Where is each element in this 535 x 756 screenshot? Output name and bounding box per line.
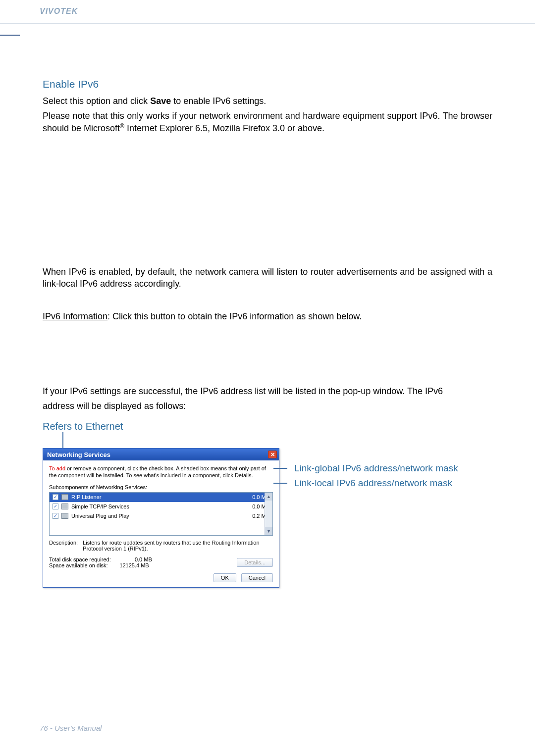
page-header: VIVOTEK [0,0,535,24]
disk-required-value: 0.0 MB [112,556,152,562]
disk-required-label: Total disk space required: [49,556,111,562]
description-label: Description: [49,540,78,552]
dialog-titlebar: Networking Services ✕ [43,449,279,460]
intro-paragraph-2: Please note that this only works if your… [43,110,492,134]
ok-button[interactable]: OK [214,573,236,582]
brand-label: VIVOTEK [40,7,78,16]
ipv6-success-paragraph-2: address will be displayed as follows: [43,400,492,412]
dialog-intro-red: To add [49,465,65,471]
callout-global-text: Link-global IPv6 address/network mask [294,463,458,474]
callout-line-icon [273,468,287,469]
subcomponents-label: Subcomponents of Networking Services: [49,484,273,490]
disk-space-left: Total disk space required: 0.0 MB Space … [49,556,152,568]
section-heading-enable-ipv6: Enable IPv6 [43,78,492,90]
refers-to-ethernet-label: Refers to Ethernet [43,421,492,432]
save-word: Save [150,96,171,106]
intro2-post: Internet Explorer 6.5, Mozilla Firefox 3… [124,123,324,133]
page-footer: 76 - User's Manual [40,724,102,732]
header-rule [0,35,535,36]
cancel-button[interactable]: Cancel [241,573,273,582]
list-item-label: RIP Listener [71,494,242,500]
dialog-buttons: OK Cancel [49,573,273,582]
disk-available-value: 12125.4 MB [109,562,149,568]
description-row: Description: Listens for route updates s… [49,540,273,552]
ipv6-enabled-paragraph: When IPv6 is enabled, by default, the ne… [43,266,492,290]
ipv6-success-paragraph-1: If your IPv6 settings are successful, th… [43,385,492,397]
checkbox-icon[interactable] [53,494,58,500]
networking-services-dialog: Networking Services ✕ To add or remove a… [43,448,279,588]
checkbox-icon[interactable] [53,504,58,509]
dialog-body: To add or remove a component, click the … [43,460,279,587]
scroll-down-icon[interactable]: ▼ [265,527,272,535]
list-item-label: Universal Plug and Play [71,513,242,519]
list-item-label: Simple TCP/IP Services [71,504,242,509]
scroll-up-icon[interactable]: ▲ [265,493,272,501]
registered-mark: ® [120,123,124,130]
subcomponents-listbox[interactable]: RIP Listener 0.0 MB Simple TCP/IP Servic… [49,492,273,536]
intro-post: to enable IPv6 settings. [171,96,266,106]
dialog-intro-rest: or remove a component, click the check b… [49,465,266,478]
intro-paragraph-1: Select this option and click Save to ena… [43,95,492,107]
list-item[interactable]: Universal Plug and Play 0.2 MB [50,511,272,521]
checkbox-icon[interactable] [53,513,58,519]
ipv6-information-label: IPv6 Information [43,311,107,321]
service-icon [61,494,68,500]
intro-pre: Select this option and click [43,96,150,106]
callout-global: Link-global IPv6 address/network mask [296,463,458,474]
disk-space-row: Total disk space required: 0.0 MB Space … [49,556,273,568]
callout-line-icon [273,483,287,484]
ethernet-pointer-line [62,432,75,449]
ipv6-callouts: Link-global IPv6 address/network mask Li… [296,448,458,489]
disk-required-line: Total disk space required: 0.0 MB [49,556,152,562]
scrollbar[interactable]: ▲ ▼ [265,493,272,535]
page-body: Enable IPv6 Select this option and click… [0,24,535,588]
close-icon[interactable]: ✕ [268,451,277,458]
details-button: Details... [237,558,273,567]
service-icon [61,513,68,519]
description-text: Listens for route updates sent by router… [83,540,273,552]
callout-local-text: Link-local IPv6 address/network mask [294,478,452,489]
list-item[interactable]: Simple TCP/IP Services 0.0 MB [50,502,272,511]
dialog-intro-text: To add or remove a component, click the … [49,465,273,479]
dialog-and-callouts: Networking Services ✕ To add or remove a… [43,448,492,588]
service-icon [61,504,68,509]
disk-available-label: Space available on disk: [49,562,108,568]
disk-available-line: Space available on disk: 12125.4 MB [49,562,152,568]
callout-local: Link-local IPv6 address/network mask [296,478,458,489]
ipv6-information-paragraph: IPv6 Information: Click this button to o… [43,310,492,322]
list-item[interactable]: RIP Listener 0.0 MB [50,493,272,502]
dialog-title-text: Networking Services [47,451,110,458]
ipv6-information-rest: : Click this button to obtain the IPv6 i… [107,311,362,321]
